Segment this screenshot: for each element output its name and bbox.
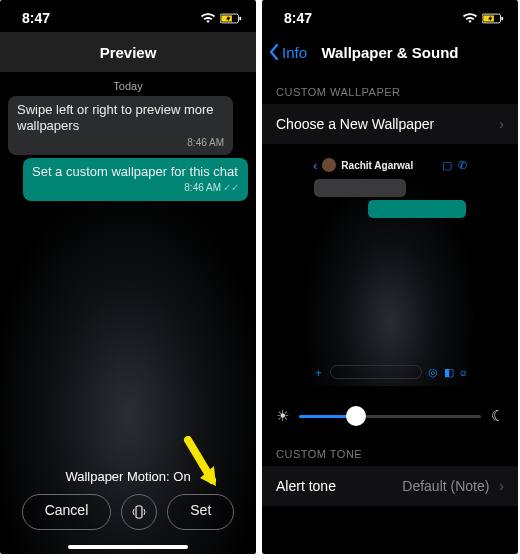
phone-tilt-icon	[132, 503, 146, 521]
cancel-button[interactable]: Cancel	[22, 494, 112, 530]
chat-bubble-incoming: Swipe left or right to preview more wall…	[8, 96, 233, 155]
phone-icon: ✆	[458, 159, 467, 172]
video-call-icon: ▢	[442, 159, 452, 172]
svg-rect-5	[483, 15, 494, 21]
camera-icon: ◧	[444, 366, 454, 379]
status-icons	[462, 13, 504, 24]
battery-icon	[482, 13, 504, 24]
preview-title: Preview	[100, 44, 157, 61]
section-custom-wallpaper: CUSTOM WALLPAPER	[262, 72, 518, 104]
status-time: 8:47	[284, 10, 312, 26]
plus-icon: ＋	[313, 365, 324, 380]
set-button[interactable]: Set	[167, 494, 234, 530]
choose-wallpaper-cell[interactable]: Choose a New Wallpaper ›	[262, 104, 518, 144]
svg-rect-6	[501, 16, 503, 20]
choose-wallpaper-label: Choose a New Wallpaper	[276, 116, 434, 132]
wallpaper-preview: ‹ Rachit Agarwal ▢ ✆ ＋ ◎ ◧ ⌾	[307, 154, 473, 386]
avatar	[322, 158, 336, 172]
date-label: Today	[113, 80, 142, 92]
sticker-icon: ◎	[428, 366, 438, 379]
status-icons	[200, 13, 242, 24]
section-custom-tone: CUSTOM TONE	[262, 434, 518, 466]
dimming-slider[interactable]	[299, 404, 481, 428]
home-indicator[interactable]	[68, 545, 188, 549]
msg-out-text: Set a custom wallpaper for this chat	[32, 164, 238, 179]
wallpaper-motion-label: Wallpaper Motion: On	[0, 469, 256, 484]
battery-icon	[220, 13, 242, 24]
msg-in-time: 8:46 AM	[17, 137, 224, 150]
perspective-button[interactable]	[121, 494, 157, 530]
slider-thumb[interactable]	[346, 406, 366, 426]
annotation-arrow-icon	[182, 436, 222, 496]
chevron-right-icon: ›	[499, 116, 504, 132]
preview-bubble-in	[314, 179, 406, 197]
svg-rect-3	[136, 506, 142, 518]
brightness-high-icon: ☾	[491, 407, 504, 425]
wifi-icon	[200, 13, 216, 24]
mic-icon: ⌾	[460, 366, 467, 378]
preview-input	[330, 365, 422, 379]
msg-out-time: 8:46 AM	[184, 182, 221, 193]
contact-name: Rachit Agarwal	[341, 160, 413, 171]
chevron-right-icon: ›	[499, 478, 504, 494]
wifi-icon	[462, 13, 478, 24]
alert-tone-value: Default (Note)	[402, 478, 489, 494]
chat-bubble-outgoing: Set a custom wallpaper for this chat 8:4…	[23, 158, 248, 201]
brightness-low-icon: ☀︎	[276, 407, 289, 425]
nav-title: Wallpaper & Sound	[262, 44, 518, 61]
preview-header: Preview	[0, 32, 256, 72]
msg-in-text: Swipe left or right to preview more wall…	[17, 102, 214, 133]
svg-rect-2	[239, 16, 241, 20]
preview-bubble-out	[368, 200, 466, 218]
read-ticks-icon: ✓✓	[223, 182, 239, 193]
chevron-left-icon: ‹	[313, 158, 317, 173]
alert-tone-cell[interactable]: Alert tone Default (Note) ›	[262, 466, 518, 506]
svg-rect-1	[221, 15, 232, 21]
alert-tone-label: Alert tone	[276, 478, 336, 494]
status-time: 8:47	[22, 10, 50, 26]
